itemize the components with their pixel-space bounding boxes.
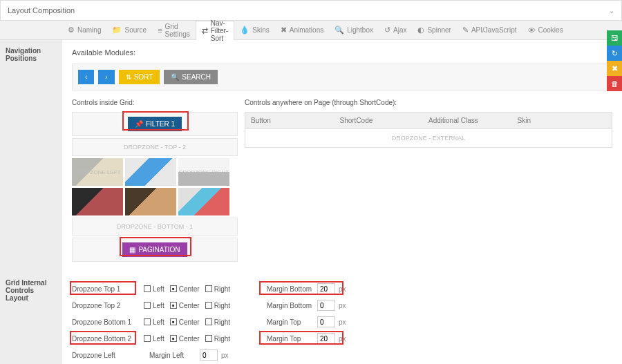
margin-input[interactable] bbox=[317, 300, 335, 311]
thumb bbox=[178, 188, 229, 215]
animations-icon: ✖ bbox=[281, 26, 287, 35]
floating-toolbar: 🖫 ↻ ✖ 🗑 bbox=[607, 30, 622, 91]
tab-label: Nav-Filter-Sort bbox=[211, 19, 229, 42]
col-class: Additional Class bbox=[428, 117, 518, 124]
checkbox-label: Center bbox=[179, 335, 200, 343]
col-button: Button bbox=[251, 117, 340, 124]
tab-api-javascript[interactable]: ✎API/JavaScript bbox=[457, 21, 522, 39]
align-right-checkbox[interactable]: Right bbox=[205, 335, 230, 343]
control-row-2: Dropzone Bottom 1LeftCenterRightMargin T… bbox=[72, 314, 612, 330]
tab-skins[interactable]: 💧Skins bbox=[234, 21, 274, 39]
tab-lightbox[interactable]: 🔍Lightbox bbox=[329, 21, 379, 39]
controls-body: Dropzone Top 1LeftCenterRightMargin Bott… bbox=[62, 272, 622, 364]
align-left-checkbox[interactable]: Left bbox=[144, 318, 164, 326]
panel-header[interactable]: Layout Composition ⌄ bbox=[0, 0, 622, 21]
sort-icon: ⇅ bbox=[126, 73, 131, 81]
tab-source[interactable]: 📁Source bbox=[106, 21, 152, 39]
checkbox-icon bbox=[170, 302, 177, 309]
align-center-checkbox[interactable]: Center bbox=[170, 302, 200, 309]
margin-input[interactable] bbox=[200, 349, 218, 361]
checkbox-label: Left bbox=[153, 302, 164, 309]
unit-label: px bbox=[221, 352, 229, 359]
tab-label: Source bbox=[124, 26, 147, 34]
main-panel: Available Modules: ‹ › ⇅SORT 🔍SEARCH Con… bbox=[62, 40, 622, 272]
margin-input[interactable] bbox=[317, 316, 335, 327]
close-button[interactable]: ✖ bbox=[607, 61, 622, 76]
checkbox-label: Left bbox=[153, 285, 164, 293]
margin-input[interactable] bbox=[317, 283, 335, 294]
cookies-icon: 👁 bbox=[528, 26, 536, 35]
tab-nav-filter-sort[interactable]: ⇄Nav-Filter-Sort bbox=[196, 21, 235, 40]
tab-animations[interactable]: ✖Animations bbox=[275, 21, 329, 39]
align-right-checkbox[interactable]: Right bbox=[205, 285, 230, 293]
checkbox-label: Center bbox=[179, 318, 200, 326]
checkbox-icon bbox=[170, 318, 177, 325]
close-icon: ✖ bbox=[612, 64, 618, 73]
tab-label: Animations bbox=[290, 26, 323, 34]
checkbox-label: Left bbox=[153, 318, 164, 326]
refresh-button[interactable]: ↻ bbox=[607, 46, 622, 61]
control-name: Dropzone Bottom 2 bbox=[72, 335, 138, 343]
align-center-checkbox[interactable]: Center bbox=[170, 318, 200, 326]
tab-label: Cookies bbox=[538, 26, 563, 34]
dropzone-bottom-2[interactable]: ▦PAGINATION bbox=[72, 238, 238, 262]
filter1-button[interactable]: 📌FILTER 1 bbox=[128, 117, 182, 131]
pagination-button[interactable]: ▦PAGINATION bbox=[122, 242, 187, 257]
thumb bbox=[72, 188, 123, 215]
thumbs-row-2 bbox=[72, 188, 238, 215]
dropzone-top-2[interactable]: DROPZONE - TOP - 2 bbox=[72, 138, 238, 156]
align-left-checkbox[interactable]: Left bbox=[144, 302, 164, 309]
tab-naming[interactable]: ⚙Naming bbox=[62, 21, 106, 39]
align-center-checkbox[interactable]: Center bbox=[170, 285, 200, 293]
naming-icon: ⚙ bbox=[68, 26, 75, 35]
ajax-icon: ↺ bbox=[384, 26, 390, 35]
tab-spinner[interactable]: ◐Spinner bbox=[412, 21, 456, 39]
dropzone-top-1[interactable]: 📌FILTER 1 bbox=[72, 112, 238, 136]
checkbox-icon bbox=[205, 302, 212, 309]
tab-label: API/JavaScript bbox=[471, 26, 517, 34]
tabs-bar: ⚙Naming📁Source≡Grid Settings⇄Nav-Filter-… bbox=[0, 21, 622, 40]
align-center-checkbox[interactable]: Center bbox=[170, 335, 200, 343]
tab-grid-settings[interactable]: ≡Grid Settings bbox=[152, 21, 196, 39]
sidebar-nav-positions: Navigation Positions bbox=[0, 40, 62, 69]
thumb bbox=[125, 188, 176, 215]
unit-label: px bbox=[339, 285, 346, 293]
tab-label: Ajax bbox=[393, 26, 406, 34]
tab-cookies[interactable]: 👁Cookies bbox=[522, 21, 569, 39]
col-shortcode: ShortCode bbox=[340, 117, 429, 124]
dropzone-bottom-1[interactable]: DROPZONE - BOTTOM - 1 bbox=[72, 218, 238, 236]
sidebar: Navigation Positions bbox=[0, 40, 62, 272]
margin-label: Margin Top bbox=[267, 318, 314, 326]
tab-label: Lightbox bbox=[347, 26, 373, 34]
save-button[interactable]: 🖫 bbox=[607, 30, 622, 46]
search-button[interactable]: 🔍SEARCH bbox=[164, 70, 218, 84]
checkbox-icon bbox=[205, 318, 212, 325]
chevron-down-icon: ⌄ bbox=[609, 7, 614, 15]
grid-settings-icon: ≡ bbox=[158, 26, 162, 35]
align-left-checkbox[interactable]: Left bbox=[144, 335, 164, 343]
control-row-1: Dropzone Top 2LeftCenterRightMargin Bott… bbox=[72, 297, 612, 314]
api-javascript-icon: ✎ bbox=[462, 26, 469, 35]
margin-input[interactable] bbox=[317, 333, 335, 344]
align-group: LeftCenterRight bbox=[144, 302, 261, 309]
thumb bbox=[125, 158, 176, 186]
prev-button[interactable]: ‹ bbox=[78, 70, 94, 84]
tab-ajax[interactable]: ↺Ajax bbox=[379, 21, 412, 39]
align-left-checkbox[interactable]: Left bbox=[144, 285, 164, 293]
external-table-header: Button ShortCode Additional Class Skin bbox=[245, 113, 612, 128]
control-name: Dropzone Bottom 1 bbox=[72, 318, 138, 326]
tab-label: Naming bbox=[77, 26, 101, 34]
checkbox-icon bbox=[170, 285, 177, 292]
margin-group: Margin Leftpx bbox=[149, 349, 229, 361]
checkbox-icon bbox=[205, 335, 212, 342]
margin-group: Margin Toppx bbox=[267, 333, 346, 344]
align-right-checkbox[interactable]: Right bbox=[205, 318, 230, 326]
sort-button[interactable]: ⇅SORT bbox=[119, 70, 160, 84]
save-icon: 🖫 bbox=[611, 34, 619, 42]
align-right-checkbox[interactable]: Right bbox=[205, 302, 230, 309]
checkbox-label: Center bbox=[179, 302, 200, 309]
delete-button[interactable]: 🗑 bbox=[607, 76, 622, 91]
tab-label: Grid Settings bbox=[165, 23, 190, 38]
next-button[interactable]: › bbox=[98, 70, 114, 84]
dropzone-external[interactable]: DROPZONE - EXTERNAL bbox=[245, 128, 612, 147]
